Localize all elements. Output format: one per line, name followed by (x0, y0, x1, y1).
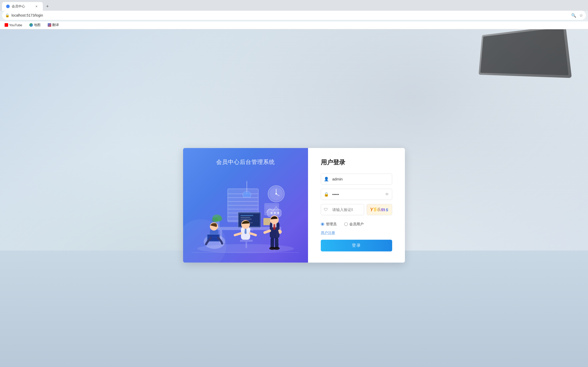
youtube-favicon (5, 23, 8, 27)
svg-point-39 (277, 212, 279, 214)
svg-rect-34 (263, 218, 271, 225)
role-member-label[interactable]: 会员用户 (344, 222, 364, 226)
svg-marker-49 (245, 228, 247, 234)
bookmark-map-label: 地图 (34, 23, 41, 27)
username-group: 👤 (321, 173, 392, 185)
new-tab-button[interactable]: + (44, 3, 51, 10)
search-icon[interactable]: 🔍 (571, 13, 576, 18)
bookmark-translate[interactable]: 翻译 (46, 22, 60, 28)
captcha-image[interactable]: Y56ms (367, 204, 392, 215)
login-right-panel: 用户登录 👤 🔒 👁 🛡 Y56 (308, 148, 405, 263)
captcha-group: 🛡 Y56ms (321, 204, 392, 215)
active-tab[interactable]: 会员中心 × (2, 2, 43, 11)
role-member-radio[interactable] (344, 222, 348, 226)
login-card: 会员中心后台管理系统 (183, 148, 405, 263)
login-left-panel: 会员中心后台管理系统 (183, 148, 308, 263)
eye-icon[interactable]: 👁 (385, 192, 389, 196)
svg-point-38 (274, 212, 276, 214)
svg-rect-24 (240, 217, 250, 218)
svg-point-14 (275, 193, 277, 194)
security-icon: 🔒 (5, 13, 9, 17)
username-input[interactable] (321, 173, 392, 185)
login-button[interactable]: 登录 (321, 240, 392, 251)
tab-close-button[interactable]: × (34, 4, 39, 9)
tab-title: 会员中心 (12, 4, 25, 9)
bookmark-translate-label: 翻译 (52, 23, 59, 27)
browser-chrome: 会员中心 × + 🔒 localhost:5173/login 🔍 ☆ YouT… (0, 0, 588, 29)
svg-point-58 (274, 247, 280, 250)
bookmark-map[interactable]: 地图 (28, 22, 42, 28)
captcha-row: 🛡 Y56ms (321, 204, 392, 215)
address-bar-icons: 🔍 ☆ (571, 13, 583, 18)
translate-favicon (48, 23, 51, 27)
role-group: 管理员 会员用户 (321, 222, 392, 226)
shield-icon: 🛡 (324, 207, 328, 212)
svg-rect-25 (240, 219, 252, 219)
role-admin-radio[interactable] (321, 222, 324, 226)
password-input[interactable] (321, 189, 392, 200)
page-content: 会员中心后台管理系统 (0, 29, 588, 367)
url-display: localhost:5173/login (11, 13, 569, 17)
svg-rect-46 (240, 240, 253, 242)
bookmarks-bar: YouTube 地图 翻译 (0, 21, 588, 29)
map-favicon (29, 23, 33, 27)
svg-point-37 (271, 212, 273, 214)
svg-rect-23 (240, 215, 253, 216)
lock-icon: 🔒 (324, 192, 329, 197)
office-illustration (192, 173, 299, 255)
user-icon: 👤 (324, 177, 329, 181)
tab-favicon (6, 5, 10, 8)
password-group: 🔒 👁 (321, 189, 392, 200)
bookmark-youtube-label: YouTube (9, 23, 22, 27)
bookmark-youtube[interactable]: YouTube (3, 23, 24, 28)
captcha-text: Y56ms (370, 207, 389, 213)
svg-point-33 (216, 216, 222, 221)
role-admin-label[interactable]: 管理员 (321, 222, 337, 226)
login-form-title: 用户登录 (321, 158, 392, 166)
tab-bar: 会员中心 × + (0, 0, 588, 11)
register-link[interactable]: 用户注册 (321, 230, 392, 235)
svg-rect-47 (246, 242, 247, 248)
role-member-text: 会员用户 (349, 222, 364, 226)
role-admin-text: 管理员 (326, 222, 337, 226)
system-title: 会员中心后台管理系统 (216, 158, 275, 166)
bookmark-star-icon[interactable]: ☆ (579, 13, 583, 18)
background-laptop (479, 29, 572, 78)
desk-surface (0, 251, 588, 367)
address-bar[interactable]: 🔒 localhost:5173/login 🔍 ☆ (2, 11, 586, 20)
